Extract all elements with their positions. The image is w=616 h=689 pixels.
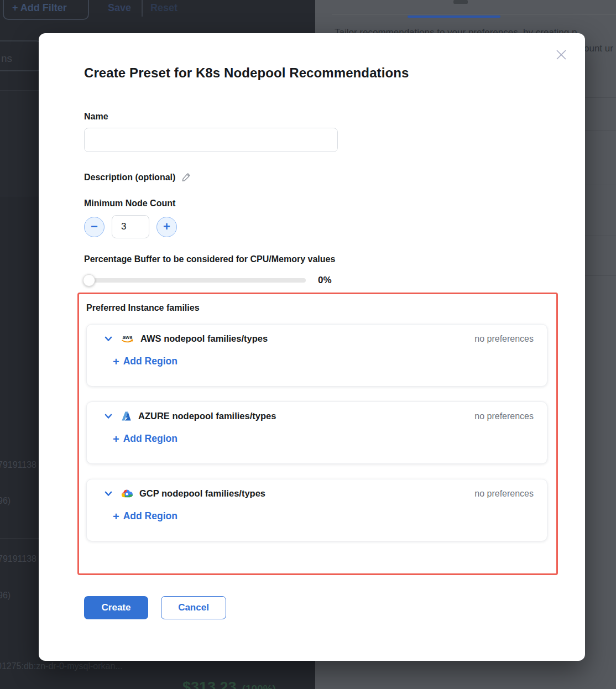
table-cell-fragment: 96) xyxy=(0,591,11,601)
save-button[interactable]: Save xyxy=(108,2,131,14)
plus-icon: + xyxy=(113,356,119,367)
chevron-down-icon[interactable] xyxy=(103,489,113,499)
provider-label: GCP nodepool families/types xyxy=(139,488,265,499)
slider-thumb[interactable] xyxy=(83,274,95,286)
description-label: Description (optional) xyxy=(84,173,175,182)
plus-icon: + xyxy=(113,511,119,522)
tab-label-fragment xyxy=(453,0,468,4)
provider-card-aws: aws AWS nodepool families/types no prefe… xyxy=(86,324,547,387)
add-region-label: Add Region xyxy=(123,433,178,445)
table-cell-fragment: 79191138 xyxy=(0,460,36,470)
provider-card-azure: AZURE nodepool families/types no prefere… xyxy=(86,401,547,464)
add-region-button[interactable]: + Add Region xyxy=(113,433,178,445)
aws-icon: aws xyxy=(121,334,134,343)
preferred-families-label: Preferred Instance families xyxy=(86,303,556,313)
price-value: $313.23 xyxy=(182,679,237,689)
add-filter-label[interactable]: + Add Filter xyxy=(12,2,67,14)
panel-row-divider xyxy=(585,97,616,98)
price-percent: (100%) xyxy=(242,683,276,689)
table-row-divider xyxy=(0,538,39,539)
panel-row-divider xyxy=(585,185,616,185)
node-count-stepper: − + xyxy=(84,215,540,238)
provider-status: no preferences xyxy=(474,411,534,421)
toolbar-separator xyxy=(142,0,143,17)
provider-card-gcp: GCP nodepool families/types no preferenc… xyxy=(86,479,547,541)
plus-icon: + xyxy=(113,434,119,445)
azure-icon xyxy=(121,411,132,421)
increment-button[interactable]: + xyxy=(156,217,177,237)
buffer-label: Percentage Buffer to be considered for C… xyxy=(84,254,540,264)
table-cell-fragment: 96) xyxy=(0,496,11,506)
price-fragment: $313.23(100%) xyxy=(182,679,276,689)
provider-status: no preferences xyxy=(474,489,534,499)
modal-title: Create Preset for K8s Nodepool Recommend… xyxy=(84,65,540,81)
active-tab-underline xyxy=(408,15,500,18)
provider-label: AWS nodepool families/types xyxy=(140,333,268,344)
table-cell-fragment: 79191138 xyxy=(0,554,36,564)
node-count-input[interactable] xyxy=(112,215,149,238)
close-button[interactable] xyxy=(553,46,570,63)
cancel-button[interactable]: Cancel xyxy=(161,596,226,619)
add-region-label: Add Region xyxy=(123,510,178,522)
table-cell-fragment: 01275:db:zn-dr-0-mysql-orkan... xyxy=(0,661,123,671)
name-input[interactable] xyxy=(84,128,338,152)
panel-paragraph-fragment: ount ur xyxy=(584,43,613,54)
buffer-value: 0% xyxy=(318,275,332,286)
name-label: Name xyxy=(84,112,540,122)
plus-icon: + xyxy=(163,221,170,233)
provider-label: AZURE nodepool families/types xyxy=(138,411,276,421)
add-region-button[interactable]: + Add Region xyxy=(113,356,178,367)
panel-tabbar-divider xyxy=(332,14,616,14)
chevron-down-icon[interactable] xyxy=(103,334,113,344)
chevron-down-icon[interactable] xyxy=(103,411,113,421)
panel-row-divider xyxy=(585,236,616,236)
panel-row-divider xyxy=(585,275,616,276)
gcp-icon xyxy=(121,488,133,499)
reset-button[interactable]: Reset xyxy=(150,2,178,14)
provider-status: no preferences xyxy=(474,334,534,344)
create-preset-modal: Create Preset for K8s Nodepool Recommend… xyxy=(39,33,585,661)
min-node-count-label: Minimum Node Count xyxy=(84,199,540,208)
decrement-button[interactable]: − xyxy=(84,217,105,237)
buffer-slider[interactable] xyxy=(84,278,306,283)
panel-row-divider xyxy=(585,130,616,131)
svg-text:aws: aws xyxy=(123,334,133,340)
close-icon xyxy=(554,48,568,62)
create-button[interactable]: Create xyxy=(84,596,148,619)
add-region-label: Add Region xyxy=(123,356,178,367)
edit-pencil-icon[interactable] xyxy=(181,173,191,182)
preferred-instance-families-section: Preferred Instance families aws AWS node… xyxy=(77,293,558,575)
minus-icon: − xyxy=(91,221,98,233)
add-region-button[interactable]: + Add Region xyxy=(113,510,178,522)
background-text-fragment: ns xyxy=(1,53,12,65)
